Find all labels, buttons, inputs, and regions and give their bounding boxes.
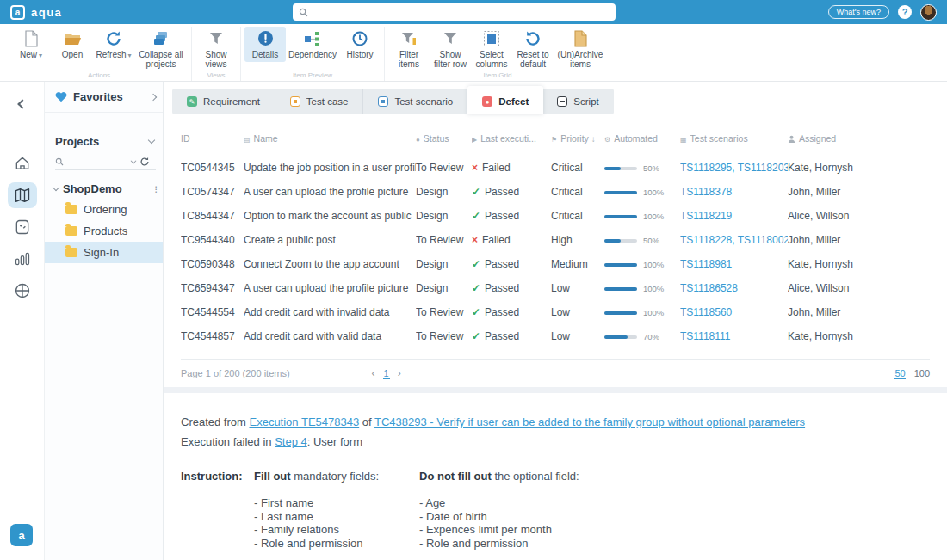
sidebar-item-scripts[interactable] — [8, 214, 37, 240]
table-row[interactable]: TC6594347 A user can upload the profile … — [181, 276, 930, 300]
test-scenario-link[interactable]: TS1118981 — [680, 258, 732, 270]
table-row[interactable]: TC0590348 Connect Zoom to the app accoun… — [181, 252, 930, 276]
whats-new-button[interactable]: What's new? — [828, 5, 889, 19]
reset-icon — [524, 29, 542, 47]
cell-automated: 50% — [604, 156, 680, 180]
test-scenario-link[interactable]: TS1118295, TS1118203 — [680, 162, 788, 174]
global-search-input[interactable] — [313, 7, 610, 17]
open-button[interactable]: Open — [52, 27, 93, 62]
project-sidebar: Favorites Projects ShopDemo ⁝ Ordering P… — [45, 82, 164, 560]
column-header-test-scenarios[interactable]: ▦Test scenarios — [680, 133, 788, 156]
panel-divider[interactable] — [164, 387, 947, 393]
execution-link[interactable]: Execution TE5478343 — [249, 415, 359, 428]
sort-descending-icon: ↓ — [591, 134, 596, 144]
projects-header[interactable]: Projects — [55, 135, 154, 148]
project-search[interactable] — [55, 157, 156, 170]
tree-folder-ordering[interactable]: Ordering — [45, 199, 163, 220]
funnel-icon — [208, 29, 224, 47]
toolbar-group-actions: New▾ Open Refresh▾ Collapse all projects — [7, 27, 192, 81]
cell-automated: 100% — [604, 204, 680, 228]
test-scenario-link[interactable]: TS1118111 — [680, 330, 731, 342]
tab-test-case[interactable]: Test case — [275, 89, 364, 114]
step-link[interactable]: Step 4 — [275, 435, 307, 448]
sidebar-item-projects[interactable] — [8, 182, 37, 208]
column-header-priority[interactable]: ⚑Priority↓ — [551, 133, 604, 156]
test-scenario-link[interactable]: TS1118219 — [680, 210, 732, 222]
table-row[interactable]: TC0574347 A user can upload the profile … — [181, 180, 930, 204]
table-header-row: ID ▤Name ●Status ▶Last executi... ⚑Prior… — [181, 133, 930, 156]
tree-node-shopdemo[interactable]: ShopDemo ⁝ — [45, 179, 163, 199]
archive-icon — [573, 29, 588, 47]
table-row[interactable]: TC9544340 Create a public post To Review… — [181, 228, 930, 252]
test-scenario-link[interactable]: TS1118378 — [680, 186, 732, 198]
list-item: - Date of birth — [419, 510, 579, 524]
table-row[interactable]: TC8544347 Option to mark the account as … — [181, 204, 930, 228]
result-icon: ✓ — [472, 330, 480, 342]
table-row[interactable]: TC4544857 Add credit card with valid dat… — [181, 324, 930, 348]
table-row[interactable]: TC0544345 Update the job position in a u… — [181, 156, 930, 180]
history-button[interactable]: History — [339, 27, 381, 62]
reset-to-default-button[interactable]: Reset to default — [512, 27, 554, 71]
test-case-link[interactable]: TC438293 - Verify if user can be added t… — [374, 415, 805, 428]
sidebar-item-reports[interactable] — [8, 246, 37, 272]
table-row[interactable]: TC4544554 Add credit card with invalid d… — [181, 300, 930, 324]
test-scenario-link[interactable]: TS1118228, TS1118002 — [680, 234, 788, 246]
column-header-id[interactable]: ID — [181, 133, 244, 156]
unarchive-items-button[interactable]: (Un)Archive items — [554, 27, 607, 71]
automation-progress-bar — [604, 239, 637, 243]
cell-id: TC0574347 — [181, 180, 244, 204]
cell-last-execution: ×Failed — [472, 228, 551, 252]
refresh-button[interactable]: Refresh▾ — [93, 27, 134, 63]
tab-defect[interactable]: ● Defect — [467, 86, 543, 114]
tab-test-scenario[interactable]: Test scenario — [363, 89, 468, 114]
folder-label: Ordering — [84, 203, 127, 216]
tree-folder-sign-in[interactable]: Sign-In — [45, 242, 163, 263]
toolbar-group-caption: Item Preview — [244, 71, 381, 81]
aqua-logo-icon[interactable]: a — [10, 524, 33, 546]
column-header-name[interactable]: ▤Name — [244, 133, 416, 156]
show-views-button[interactable]: Show views — [195, 27, 237, 71]
show-filter-row-button[interactable]: Show filter row — [430, 27, 471, 71]
previous-page-button[interactable]: ‹ — [372, 367, 375, 379]
column-header-status[interactable]: ●Status — [416, 133, 472, 156]
cell-automated: 50% — [604, 228, 680, 252]
help-button[interactable]: ? — [898, 5, 912, 19]
sidebar-item-integrations[interactable] — [8, 278, 37, 304]
favorites-row[interactable]: Favorites — [45, 82, 163, 113]
defect-icon: ● — [482, 96, 492, 107]
column-header-assigned[interactable]: Assigned — [788, 133, 930, 156]
page-size-50[interactable]: 50 — [894, 368, 905, 379]
new-button[interactable]: New▾ — [10, 27, 52, 63]
column-header-automated[interactable]: ⚙Automated — [604, 133, 680, 156]
test-scenario-link[interactable]: TS1118560 — [680, 306, 732, 318]
folder-icon — [65, 226, 77, 236]
test-scenario-link[interactable]: TS11186528 — [680, 282, 738, 294]
user-avatar[interactable] — [920, 4, 937, 21]
sidebar-item-home[interactable] — [8, 151, 37, 176]
tree-folder-products[interactable]: Products — [45, 220, 163, 242]
global-search[interactable] — [293, 3, 616, 21]
kebab-menu-icon[interactable]: ⁝ — [154, 185, 158, 194]
cell-status: Design — [416, 180, 472, 204]
app-logo[interactable]: a aqua — [10, 5, 62, 20]
cell-status: To Review — [416, 324, 472, 348]
cell-automated: 100% — [604, 180, 680, 204]
next-page-button[interactable]: › — [398, 367, 401, 379]
tab-script[interactable]: Script — [542, 89, 613, 114]
cell-assigned: Alice, Willson — [788, 204, 930, 228]
project-search-input[interactable] — [67, 157, 127, 167]
tab-requirement[interactable]: ✎ Requirement — [172, 89, 275, 114]
cell-test-scenarios: TS1118981 — [680, 252, 788, 276]
dependency-button[interactable]: Dependency — [286, 27, 339, 62]
select-columns-button[interactable]: Select columns — [471, 27, 512, 71]
column-header-last-execution[interactable]: ▶Last executi... — [472, 133, 551, 156]
instruction-label: Instruction: — [181, 470, 254, 550]
collapse-sidebar-button[interactable] — [12, 94, 33, 114]
refresh-icon[interactable] — [139, 157, 150, 167]
page-size-100[interactable]: 100 — [914, 368, 930, 379]
page-number[interactable]: 1 — [383, 368, 390, 379]
filter-items-button[interactable]: Filter items — [388, 27, 430, 71]
collapse-all-projects-button[interactable]: Collapse all projects — [134, 27, 188, 71]
details-button[interactable]: Details — [244, 27, 286, 62]
cell-automated: 100% — [604, 276, 680, 300]
